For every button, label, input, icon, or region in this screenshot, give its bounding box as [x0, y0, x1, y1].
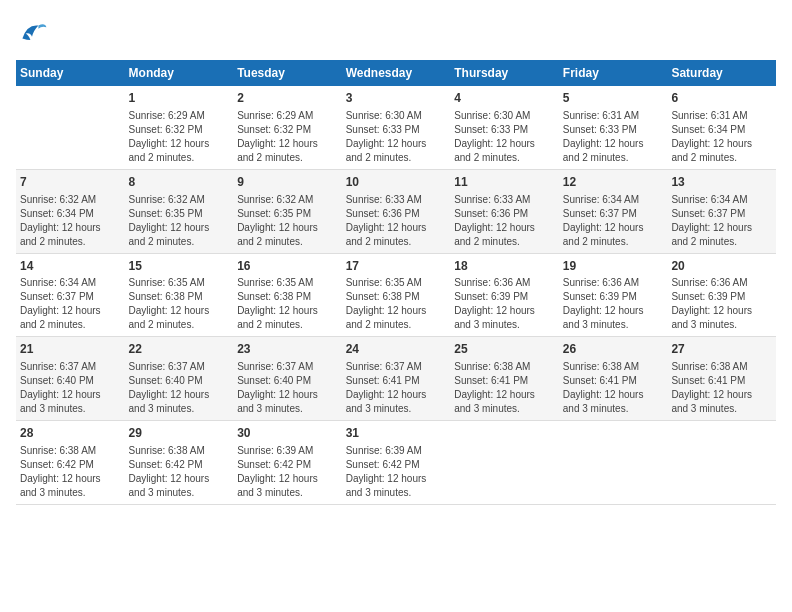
logo-icon	[16, 16, 48, 48]
calendar-cell: 15Sunrise: 6:35 AMSunset: 6:38 PMDayligh…	[125, 253, 234, 337]
cell-info: Sunrise: 6:36 AMSunset: 6:39 PMDaylight:…	[671, 276, 772, 332]
calendar-cell: 17Sunrise: 6:35 AMSunset: 6:38 PMDayligh…	[342, 253, 451, 337]
cell-info: Sunrise: 6:29 AMSunset: 6:32 PMDaylight:…	[237, 109, 338, 165]
cell-info: Sunrise: 6:35 AMSunset: 6:38 PMDaylight:…	[237, 276, 338, 332]
cell-info: Sunrise: 6:38 AMSunset: 6:42 PMDaylight:…	[129, 444, 230, 500]
day-number: 2	[237, 90, 338, 107]
day-number: 4	[454, 90, 555, 107]
calendar-cell: 7Sunrise: 6:32 AMSunset: 6:34 PMDaylight…	[16, 169, 125, 253]
day-number: 13	[671, 174, 772, 191]
calendar-cell: 13Sunrise: 6:34 AMSunset: 6:37 PMDayligh…	[667, 169, 776, 253]
week-row-5: 28Sunrise: 6:38 AMSunset: 6:42 PMDayligh…	[16, 421, 776, 505]
day-number: 23	[237, 341, 338, 358]
cell-info: Sunrise: 6:37 AMSunset: 6:40 PMDaylight:…	[20, 360, 121, 416]
calendar-cell: 22Sunrise: 6:37 AMSunset: 6:40 PMDayligh…	[125, 337, 234, 421]
header-cell-monday: Monday	[125, 60, 234, 86]
day-number: 29	[129, 425, 230, 442]
day-number: 10	[346, 174, 447, 191]
cell-info: Sunrise: 6:35 AMSunset: 6:38 PMDaylight:…	[129, 276, 230, 332]
calendar-cell: 23Sunrise: 6:37 AMSunset: 6:40 PMDayligh…	[233, 337, 342, 421]
cell-info: Sunrise: 6:34 AMSunset: 6:37 PMDaylight:…	[563, 193, 664, 249]
header-cell-tuesday: Tuesday	[233, 60, 342, 86]
calendar-cell: 28Sunrise: 6:38 AMSunset: 6:42 PMDayligh…	[16, 421, 125, 505]
calendar-cell: 11Sunrise: 6:33 AMSunset: 6:36 PMDayligh…	[450, 169, 559, 253]
calendar-cell: 24Sunrise: 6:37 AMSunset: 6:41 PMDayligh…	[342, 337, 451, 421]
cell-info: Sunrise: 6:30 AMSunset: 6:33 PMDaylight:…	[454, 109, 555, 165]
calendar-cell: 16Sunrise: 6:35 AMSunset: 6:38 PMDayligh…	[233, 253, 342, 337]
cell-info: Sunrise: 6:37 AMSunset: 6:41 PMDaylight:…	[346, 360, 447, 416]
calendar-cell: 30Sunrise: 6:39 AMSunset: 6:42 PMDayligh…	[233, 421, 342, 505]
calendar-cell: 4Sunrise: 6:30 AMSunset: 6:33 PMDaylight…	[450, 86, 559, 169]
header-cell-saturday: Saturday	[667, 60, 776, 86]
cell-info: Sunrise: 6:38 AMSunset: 6:42 PMDaylight:…	[20, 444, 121, 500]
day-number: 11	[454, 174, 555, 191]
cell-info: Sunrise: 6:38 AMSunset: 6:41 PMDaylight:…	[563, 360, 664, 416]
calendar-cell: 20Sunrise: 6:36 AMSunset: 6:39 PMDayligh…	[667, 253, 776, 337]
day-number: 24	[346, 341, 447, 358]
calendar-cell	[16, 86, 125, 169]
calendar-cell: 1Sunrise: 6:29 AMSunset: 6:32 PMDaylight…	[125, 86, 234, 169]
header-cell-friday: Friday	[559, 60, 668, 86]
calendar-cell: 31Sunrise: 6:39 AMSunset: 6:42 PMDayligh…	[342, 421, 451, 505]
calendar-cell: 6Sunrise: 6:31 AMSunset: 6:34 PMDaylight…	[667, 86, 776, 169]
calendar-cell: 12Sunrise: 6:34 AMSunset: 6:37 PMDayligh…	[559, 169, 668, 253]
day-number: 9	[237, 174, 338, 191]
day-number: 30	[237, 425, 338, 442]
cell-info: Sunrise: 6:31 AMSunset: 6:33 PMDaylight:…	[563, 109, 664, 165]
cell-info: Sunrise: 6:33 AMSunset: 6:36 PMDaylight:…	[346, 193, 447, 249]
cell-info: Sunrise: 6:39 AMSunset: 6:42 PMDaylight:…	[237, 444, 338, 500]
calendar-cell: 26Sunrise: 6:38 AMSunset: 6:41 PMDayligh…	[559, 337, 668, 421]
day-number: 21	[20, 341, 121, 358]
day-number: 20	[671, 258, 772, 275]
calendar-cell: 19Sunrise: 6:36 AMSunset: 6:39 PMDayligh…	[559, 253, 668, 337]
calendar-cell	[559, 421, 668, 505]
logo	[16, 16, 52, 48]
calendar-cell: 8Sunrise: 6:32 AMSunset: 6:35 PMDaylight…	[125, 169, 234, 253]
header-cell-wednesday: Wednesday	[342, 60, 451, 86]
cell-info: Sunrise: 6:32 AMSunset: 6:35 PMDaylight:…	[129, 193, 230, 249]
day-number: 26	[563, 341, 664, 358]
day-number: 16	[237, 258, 338, 275]
cell-info: Sunrise: 6:32 AMSunset: 6:35 PMDaylight:…	[237, 193, 338, 249]
calendar-cell	[450, 421, 559, 505]
calendar-cell: 14Sunrise: 6:34 AMSunset: 6:37 PMDayligh…	[16, 253, 125, 337]
calendar-cell	[667, 421, 776, 505]
cell-info: Sunrise: 6:39 AMSunset: 6:42 PMDaylight:…	[346, 444, 447, 500]
day-number: 6	[671, 90, 772, 107]
day-number: 27	[671, 341, 772, 358]
cell-info: Sunrise: 6:29 AMSunset: 6:32 PMDaylight:…	[129, 109, 230, 165]
day-number: 3	[346, 90, 447, 107]
cell-info: Sunrise: 6:36 AMSunset: 6:39 PMDaylight:…	[563, 276, 664, 332]
day-number: 18	[454, 258, 555, 275]
day-number: 22	[129, 341, 230, 358]
day-number: 8	[129, 174, 230, 191]
day-number: 7	[20, 174, 121, 191]
day-number: 19	[563, 258, 664, 275]
week-row-4: 21Sunrise: 6:37 AMSunset: 6:40 PMDayligh…	[16, 337, 776, 421]
cell-info: Sunrise: 6:34 AMSunset: 6:37 PMDaylight:…	[671, 193, 772, 249]
calendar-cell: 27Sunrise: 6:38 AMSunset: 6:41 PMDayligh…	[667, 337, 776, 421]
cell-info: Sunrise: 6:37 AMSunset: 6:40 PMDaylight:…	[129, 360, 230, 416]
calendar-cell: 9Sunrise: 6:32 AMSunset: 6:35 PMDaylight…	[233, 169, 342, 253]
calendar-table: SundayMondayTuesdayWednesdayThursdayFrid…	[16, 60, 776, 505]
cell-info: Sunrise: 6:36 AMSunset: 6:39 PMDaylight:…	[454, 276, 555, 332]
cell-info: Sunrise: 6:35 AMSunset: 6:38 PMDaylight:…	[346, 276, 447, 332]
day-number: 15	[129, 258, 230, 275]
calendar-cell: 21Sunrise: 6:37 AMSunset: 6:40 PMDayligh…	[16, 337, 125, 421]
cell-info: Sunrise: 6:38 AMSunset: 6:41 PMDaylight:…	[454, 360, 555, 416]
cell-info: Sunrise: 6:38 AMSunset: 6:41 PMDaylight:…	[671, 360, 772, 416]
day-number: 5	[563, 90, 664, 107]
day-number: 12	[563, 174, 664, 191]
calendar-cell: 10Sunrise: 6:33 AMSunset: 6:36 PMDayligh…	[342, 169, 451, 253]
cell-info: Sunrise: 6:30 AMSunset: 6:33 PMDaylight:…	[346, 109, 447, 165]
day-number: 14	[20, 258, 121, 275]
day-number: 28	[20, 425, 121, 442]
calendar-cell: 2Sunrise: 6:29 AMSunset: 6:32 PMDaylight…	[233, 86, 342, 169]
day-number: 1	[129, 90, 230, 107]
calendar-cell: 3Sunrise: 6:30 AMSunset: 6:33 PMDaylight…	[342, 86, 451, 169]
calendar-cell: 18Sunrise: 6:36 AMSunset: 6:39 PMDayligh…	[450, 253, 559, 337]
calendar-cell: 25Sunrise: 6:38 AMSunset: 6:41 PMDayligh…	[450, 337, 559, 421]
page-header	[16, 16, 776, 48]
week-row-1: 1Sunrise: 6:29 AMSunset: 6:32 PMDaylight…	[16, 86, 776, 169]
header-cell-sunday: Sunday	[16, 60, 125, 86]
